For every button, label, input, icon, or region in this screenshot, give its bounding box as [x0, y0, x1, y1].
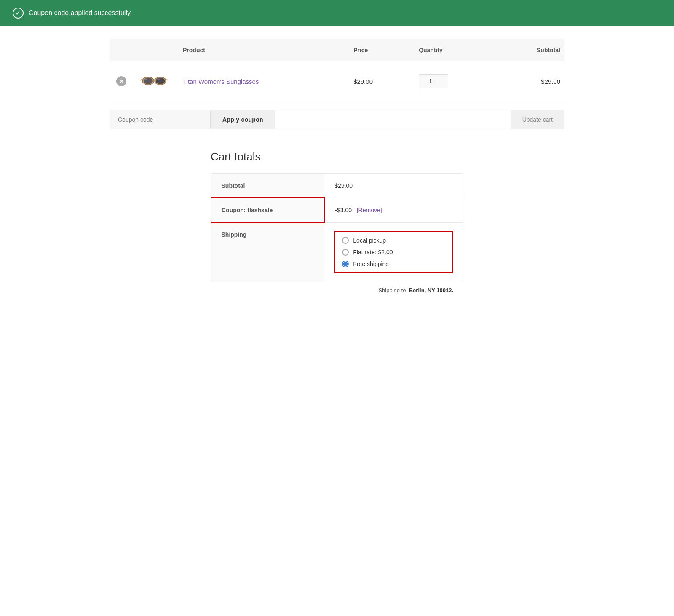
cart-table-header: Product Price Quantity Subtotal — [110, 39, 564, 61]
product-image-cell — [133, 61, 176, 101]
success-icon: ✓ — [13, 8, 24, 19]
col-header-product: Product — [176, 39, 347, 61]
radio-flat-rate[interactable] — [342, 249, 349, 256]
sunglasses-image — [140, 72, 169, 91]
coupon-row: Apply coupon Update cart — [110, 110, 564, 129]
main-content: Product Price Quantity Subtotal ✕ — [101, 26, 573, 311]
svg-point-2 — [144, 78, 153, 84]
shipping-to-prefix: Shipping to — [378, 287, 406, 293]
shipping-option-free[interactable]: Free shipping — [342, 261, 445, 267]
remove-coupon-link[interactable]: [Remove] — [357, 207, 382, 213]
quantity-cell — [412, 61, 499, 101]
shipping-options-cell: Local pickup Flat rate: $2.00 — [324, 222, 463, 282]
coupon-discount-value: -$3.00 — [335, 207, 352, 213]
totals-table: Subtotal $29.00 Coupon: flashsale -$3.00… — [211, 173, 463, 282]
subtotal-label: Subtotal — [211, 174, 324, 198]
product-image — [140, 71, 169, 92]
quantity-input[interactable] — [419, 74, 448, 88]
subtotal-cell: $29.00 — [499, 61, 564, 101]
shipping-option-local-label: Local pickup — [353, 237, 386, 244]
col-header-quantity: Quantity — [412, 39, 499, 61]
shipping-option-local[interactable]: Local pickup — [342, 237, 445, 244]
cart-table: Product Price Quantity Subtotal ✕ — [110, 39, 564, 101]
coupon-input[interactable] — [110, 110, 211, 129]
coupon-totals-row: Coupon: flashsale -$3.00 [Remove] — [211, 198, 463, 222]
success-banner: ✓ Coupon code applied successfully. — [0, 0, 674, 26]
shipping-option-flat[interactable]: Flat rate: $2.00 — [342, 249, 445, 256]
product-link[interactable]: Titan Women's Sunglasses — [183, 78, 259, 85]
remove-item-button[interactable]: ✕ — [116, 76, 126, 86]
cart-totals-title: Cart totals — [211, 150, 463, 163]
product-price-cell: $29.00 — [347, 61, 412, 101]
shipping-row: Shipping Local pickup — [211, 222, 463, 282]
shipping-to-location: Berlin, NY 10012. — [409, 287, 453, 293]
update-cart-button[interactable]: Update cart — [511, 110, 564, 129]
apply-coupon-button[interactable]: Apply coupon — [211, 110, 275, 129]
col-header-subtotal: Subtotal — [499, 39, 564, 61]
cart-totals-wrapper: Cart totals Subtotal $29.00 Coupon: flas… — [211, 150, 463, 299]
radio-free-shipping[interactable] — [342, 261, 349, 267]
coupon-label: Coupon: flashsale — [211, 198, 324, 222]
success-message: Coupon code applied successfully. — [29, 9, 132, 17]
coupon-left: Apply coupon — [110, 110, 275, 129]
shipping-options-box: Local pickup Flat rate: $2.00 — [334, 231, 453, 273]
col-header-remove — [110, 39, 133, 61]
col-header-price: Price — [347, 39, 412, 61]
coupon-discount-cell: -$3.00 [Remove] — [324, 198, 463, 222]
product-name-cell: Titan Women's Sunglasses — [176, 61, 347, 101]
radio-local-pickup[interactable] — [342, 237, 349, 244]
col-header-image — [133, 39, 176, 61]
cart-totals-section: Cart totals Subtotal $29.00 Coupon: flas… — [110, 150, 564, 299]
shipping-option-flat-label: Flat rate: $2.00 — [353, 249, 393, 256]
subtotal-value: $29.00 — [324, 174, 463, 198]
svg-point-3 — [156, 78, 165, 84]
shipping-label: Shipping — [211, 222, 324, 282]
subtotal-row: Subtotal $29.00 — [211, 174, 463, 198]
remove-cell: ✕ — [110, 61, 133, 101]
shipping-to: Shipping to Berlin, NY 10012. — [211, 282, 463, 299]
table-row: ✕ — [110, 61, 564, 101]
shipping-option-free-label: Free shipping — [353, 261, 389, 267]
